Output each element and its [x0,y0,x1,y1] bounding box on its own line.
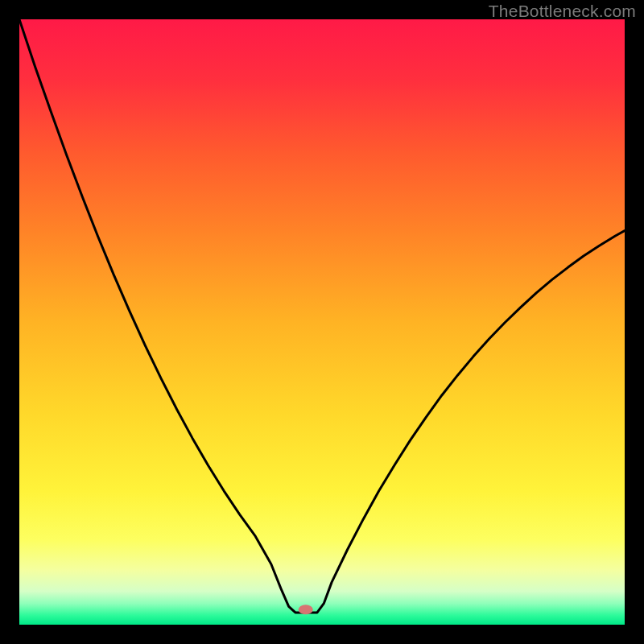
watermark-text: TheBottleneck.com [489,2,636,21]
gradient-background [19,19,625,625]
plot-area [19,19,625,625]
chart-frame: TheBottleneck.com [0,0,644,644]
optimal-point-marker [299,605,313,614]
bottleneck-chart [19,19,625,625]
